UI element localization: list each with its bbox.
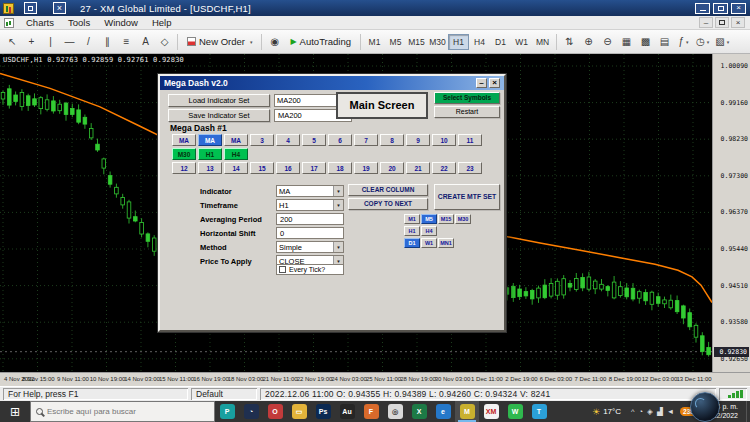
slot-button-20[interactable]: 20 [380, 162, 404, 174]
status-profile[interactable]: Default [191, 388, 257, 400]
toolbar-timeframe-mn[interactable]: MN [532, 34, 553, 50]
toolbar-timeframe-d1[interactable]: D1 [490, 34, 511, 50]
slot-button-22[interactable]: 22 [432, 162, 456, 174]
toolbar-timeframe-m30[interactable]: M30 [427, 34, 448, 50]
slot-button-10-10[interactable]: 10 [432, 134, 456, 146]
indicator-select[interactable]: MA [276, 185, 344, 197]
slot-button-4-4[interactable]: 4 [276, 134, 300, 146]
excel-icon[interactable]: X [407, 401, 431, 422]
slot-timeframe-h4[interactable]: H4 [224, 148, 248, 160]
slot-button-3-3[interactable]: 3 [250, 134, 274, 146]
fibonacci-icon[interactable]: ≡ [117, 32, 136, 51]
slot-button-19[interactable]: 19 [354, 162, 378, 174]
minimize-window-button[interactable] [695, 3, 710, 14]
toolbar-timeframe-h1[interactable]: H1 [448, 34, 469, 50]
periods-icon[interactable]: ◷▾ [693, 32, 712, 51]
mtf-m30[interactable]: M30 [455, 214, 471, 224]
slot-button-14[interactable]: 14 [224, 162, 248, 174]
menu-item-tools[interactable]: Tools [61, 16, 97, 30]
shapes-icon[interactable]: ◇ [155, 32, 174, 51]
horizontal-line-icon[interactable]: — [60, 32, 79, 51]
slot-button-12[interactable]: 12 [172, 162, 196, 174]
child-minimize-button[interactable] [699, 17, 713, 28]
mtf-d1[interactable]: D1 [404, 238, 420, 248]
tile-windows-icon[interactable]: ▦ [617, 32, 636, 51]
mt4-icon[interactable]: M [455, 401, 479, 422]
close-window-button[interactable] [731, 3, 746, 14]
toolbar-timeframe-m15[interactable]: M15 [406, 34, 427, 50]
trendline-icon[interactable]: / [79, 32, 98, 51]
toolbar-timeframe-h4[interactable]: H4 [469, 34, 490, 50]
firefox-icon[interactable]: F [359, 401, 383, 422]
maximize-window-button[interactable] [713, 3, 728, 14]
slot-button-18[interactable]: 18 [328, 162, 352, 174]
child-close-button[interactable] [731, 17, 745, 28]
chrome-icon[interactable]: ◎ [383, 401, 407, 422]
slot-timeframe-h1[interactable]: H1 [198, 148, 222, 160]
mtf-m5[interactable]: M5 [421, 214, 437, 224]
slot-button-11-11[interactable]: 11 [458, 134, 482, 146]
slot-timeframe-m30[interactable]: M30 [172, 148, 196, 160]
tray-expand-icon[interactable]: ^ [631, 407, 635, 416]
paint3d-icon[interactable]: P [215, 401, 239, 422]
main-screen-button[interactable]: Main Screen [336, 92, 428, 119]
channel-icon[interactable]: ∥ [98, 32, 117, 51]
network-icon[interactable]: ▟ [657, 407, 663, 416]
toolbar-timeframe-w1[interactable]: W1 [511, 34, 532, 50]
slot-button-17[interactable]: 17 [302, 162, 326, 174]
menu-item-window[interactable]: Window [97, 16, 145, 30]
timeframe-select[interactable]: H1 [276, 199, 344, 211]
slot-button-21[interactable]: 21 [406, 162, 430, 174]
clear-column-button[interactable]: CLEAR COLUMN [348, 184, 428, 196]
dialog-minimize-button[interactable] [476, 78, 487, 88]
floating-assistant-widget[interactable] [690, 392, 720, 422]
horizontal-shift-input[interactable]: 0 [276, 227, 344, 239]
child-restore-button[interactable] [715, 17, 729, 28]
mtf-h1[interactable]: H1 [404, 226, 420, 236]
menu-item-charts[interactable]: Charts [19, 16, 61, 30]
text-icon[interactable]: A [136, 32, 155, 51]
xm-icon[interactable]: XM [479, 401, 503, 422]
arrange-windows-icon[interactable]: ⇅ [560, 32, 579, 51]
new-order-button[interactable]: New Order ▾ [181, 32, 258, 51]
slot-button-13[interactable]: 13 [198, 162, 222, 174]
toolbar-timeframe-m1[interactable]: M1 [364, 34, 385, 50]
cascade-windows-icon[interactable]: ▩ [636, 32, 655, 51]
every-tick-field[interactable]: Every Tick? [276, 264, 344, 275]
mtf-h4[interactable]: H4 [421, 226, 437, 236]
toolbar-timeframe-m5[interactable]: M5 [385, 34, 406, 50]
slot-button-23[interactable]: 23 [458, 162, 482, 174]
create-mtf-set-button[interactable]: CREATE MTF SET [434, 184, 500, 210]
menu-item-help[interactable]: Help [145, 16, 179, 30]
cortana-icon[interactable]: ◔ [239, 401, 263, 422]
shield-icon[interactable]: ◈ [647, 407, 653, 416]
slot-button-ma-2[interactable]: MA [224, 134, 248, 146]
telegram-icon[interactable]: T [527, 401, 551, 422]
templates-icon[interactable]: ▧▾ [712, 32, 732, 51]
photoshop-icon[interactable]: Ps [311, 401, 335, 422]
start-button[interactable] [0, 401, 30, 422]
restart-button[interactable]: Restart [434, 106, 500, 118]
copy-to-next-button[interactable]: COPY TO NEXT [348, 198, 428, 210]
taskbar-search[interactable] [30, 401, 215, 422]
dialog-close-button[interactable] [489, 78, 500, 88]
show-desktop-button[interactable] [746, 401, 750, 422]
slot-button-16[interactable]: 16 [276, 162, 300, 174]
method-select[interactable]: Simple [276, 241, 344, 253]
onedrive-icon[interactable]: ◔ [639, 407, 644, 416]
slot-button-ma-0[interactable]: MA [172, 134, 196, 146]
expert-advisors-icon[interactable]: ◉ [265, 32, 284, 51]
mtf-w1[interactable]: W1 [421, 238, 437, 248]
mtf-m15[interactable]: M15 [438, 214, 454, 224]
close-button[interactable] [53, 2, 66, 14]
folder-icon[interactable]: ▭ [287, 401, 311, 422]
slot-button-5-5[interactable]: 5 [302, 134, 326, 146]
save-indicator-set-button[interactable]: Save Indicator Set [168, 109, 270, 122]
audition-icon[interactable]: Au [335, 401, 359, 422]
restore-button[interactable] [24, 2, 37, 14]
slot-button-15[interactable]: 15 [250, 162, 274, 174]
slot-button-9-9[interactable]: 9 [406, 134, 430, 146]
select-symbols-button[interactable]: Select Symbols [434, 92, 500, 104]
chart-shift-icon[interactable]: ▤ [655, 32, 674, 51]
load-indicator-set-button[interactable]: Load Indicator Set [168, 94, 270, 107]
